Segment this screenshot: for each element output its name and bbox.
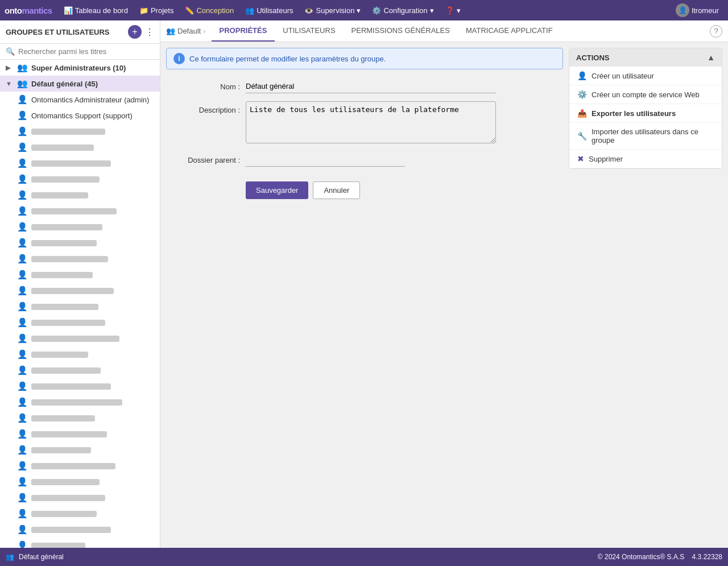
supervision-dropdown-icon: ▾ bbox=[357, 6, 361, 15]
list-item[interactable]: 👤 Ontomantics Administrateur (admin) bbox=[0, 92, 160, 108]
user-label-blurred bbox=[31, 367, 101, 374]
list-item[interactable]: 👤 bbox=[0, 394, 160, 410]
list-item[interactable]: 👤 Ontomantics Support (support) bbox=[0, 108, 160, 123]
list-item[interactable]: 👤 bbox=[0, 538, 160, 548]
action-import-users[interactable]: 🔧 Importer des utilisateurs dans ce grou… bbox=[569, 123, 722, 150]
user-label-blurred bbox=[31, 495, 105, 501]
web-account-icon: ⚙️ bbox=[577, 90, 587, 99]
nav-supervision[interactable]: 👁️ Supervision ▾ bbox=[300, 4, 365, 17]
list-item[interactable]: 👤 bbox=[0, 155, 160, 171]
action-create-web-account[interactable]: ⚙️ Créer un compte de service Web bbox=[569, 85, 722, 104]
list-item[interactable]: 👤 bbox=[0, 506, 160, 522]
info-message: Ce formulaire permet de modifier les par… bbox=[189, 55, 386, 63]
nav-projets[interactable]: 📁 Projets bbox=[135, 4, 178, 17]
description-textarea[interactable]: Liste de tous les utilisateurs de la pla… bbox=[246, 101, 496, 143]
config-dropdown-icon: ▾ bbox=[430, 6, 434, 15]
list-item[interactable]: 👤 bbox=[0, 346, 160, 362]
main-container: GROUPES ET UTILISATEURS + ⋮ 🔍 ▶ 👥 Super … bbox=[0, 20, 728, 548]
action-label: Supprimer bbox=[589, 155, 623, 163]
tab-matricage-applicatif[interactable]: MATRICAGE APPLICATIF bbox=[458, 20, 561, 42]
tab-proprietes[interactable]: PROPRIÉTÉS bbox=[212, 20, 275, 42]
status-group-icon: 👥 bbox=[6, 553, 14, 561]
nav-conception[interactable]: ✏️ Conception bbox=[180, 4, 238, 17]
add-group-button[interactable]: + bbox=[128, 25, 142, 39]
list-item[interactable]: 👤 bbox=[0, 426, 160, 442]
dossier-parent-label: Dossier parent : bbox=[166, 153, 240, 164]
list-item[interactable]: 👤 bbox=[0, 522, 160, 538]
nav-configuration[interactable]: ⚙️ Configuration ▾ bbox=[367, 4, 438, 17]
help-button[interactable]: ? bbox=[710, 25, 722, 38]
user-icon: 👤 bbox=[17, 397, 28, 407]
list-item[interactable]: 👤 bbox=[0, 362, 160, 378]
user-menu[interactable]: 👤 ltromeur bbox=[671, 1, 723, 19]
sidebar-item-super-admins[interactable]: ▶ 👥 Super Administrateurs (10) bbox=[0, 60, 160, 76]
form-buttons: Sauvegarder Annuler bbox=[166, 181, 563, 199]
projects-icon: 📁 bbox=[139, 6, 148, 15]
list-item[interactable]: 👤 bbox=[0, 474, 160, 490]
list-item[interactable]: 👤 bbox=[0, 171, 160, 187]
tabs-bar: 👥 Default › PROPRIÉTÉS UTILISATEURS PERM… bbox=[160, 20, 728, 42]
nav-utilisateurs[interactable]: 👥 Utilisateurs bbox=[241, 4, 297, 17]
dossier-parent-input[interactable] bbox=[246, 153, 405, 167]
sidebar-item-defaut-general[interactable]: ▼ 👥 Défaut général (45) bbox=[0, 76, 160, 92]
status-bar-right: © 2024 Ontomantics® S.A.S 4.3.22328 bbox=[598, 553, 722, 561]
nav-help[interactable]: ❓ ▾ bbox=[441, 4, 465, 17]
tab-permissions-generales[interactable]: PERMISSIONS GÉNÉRALES bbox=[344, 20, 458, 42]
user-icon: 👤 bbox=[17, 429, 28, 439]
sidebar-more-button[interactable]: ⋮ bbox=[145, 27, 154, 38]
list-item[interactable]: 👤 bbox=[0, 330, 160, 346]
action-delete[interactable]: ✖ Supprimer bbox=[569, 150, 722, 168]
list-item[interactable]: 👤 bbox=[0, 458, 160, 474]
nav-tableau-de-bord[interactable]: 📊 Tableau de bord bbox=[59, 4, 133, 17]
config-icon: ⚙️ bbox=[372, 6, 381, 15]
user-label-blurred bbox=[31, 431, 107, 437]
list-item[interactable]: 👤 bbox=[0, 251, 160, 267]
list-item[interactable]: 👤 bbox=[0, 123, 160, 139]
copyright-text: © 2024 Ontomantics® S.A.S bbox=[598, 553, 684, 561]
form-row-dossier-parent: Dossier parent : bbox=[166, 153, 563, 167]
topnav: ontomantics 📊 Tableau de bord 📁 Projets … bbox=[0, 0, 728, 20]
info-icon: i bbox=[173, 53, 185, 64]
list-item[interactable]: 👤 bbox=[0, 219, 160, 235]
list-item[interactable]: 👤 bbox=[0, 490, 160, 506]
list-item[interactable]: 👤 bbox=[0, 187, 160, 203]
actions-header: ACTIONS ▲ bbox=[569, 48, 722, 67]
sidebar-tree: ▶ 👥 Super Administrateurs (10) ▼ 👥 Défau… bbox=[0, 60, 160, 548]
main-content: i Ce formulaire permet de modifier les p… bbox=[160, 42, 728, 548]
form-panel: i Ce formulaire permet de modifier les p… bbox=[166, 48, 563, 542]
user-label-blurred bbox=[31, 288, 114, 294]
save-button[interactable]: Sauvegarder bbox=[246, 181, 308, 199]
logo[interactable]: ontomantics bbox=[5, 6, 52, 15]
user-icon: 👤 bbox=[17, 461, 28, 471]
search-input[interactable] bbox=[18, 47, 154, 56]
list-item[interactable]: 👤 bbox=[0, 203, 160, 219]
actions-collapse-button[interactable]: ▲ bbox=[707, 53, 715, 62]
breadcrumb-text[interactable]: Default bbox=[177, 27, 201, 35]
list-item[interactable]: 👤 bbox=[0, 410, 160, 426]
status-bar: 👥 Défaut général © 2024 Ontomantics® S.A… bbox=[0, 548, 728, 566]
tab-utilisateurs[interactable]: UTILISATEURS bbox=[275, 20, 343, 42]
action-create-user[interactable]: 👤 Créer un utilisateur bbox=[569, 67, 722, 85]
list-item[interactable]: 👤 bbox=[0, 299, 160, 315]
list-item[interactable]: 👤 bbox=[0, 315, 160, 330]
nom-input[interactable] bbox=[246, 80, 496, 93]
cancel-button[interactable]: Annuler bbox=[313, 181, 360, 199]
description-label: Description : bbox=[166, 101, 240, 114]
breadcrumb: 👥 Default › bbox=[166, 22, 212, 40]
list-item[interactable]: 👤 bbox=[0, 267, 160, 283]
list-item[interactable]: 👤 bbox=[0, 378, 160, 394]
help-dropdown-icon: ▾ bbox=[457, 6, 461, 15]
status-group-name: Défaut général bbox=[19, 553, 64, 561]
list-item[interactable]: 👤 bbox=[0, 139, 160, 155]
group-label: Super Administrateurs (10) bbox=[31, 64, 126, 72]
user-icon: 👤 bbox=[17, 524, 28, 535]
list-item[interactable]: 👤 bbox=[0, 283, 160, 299]
nom-input-wrapper bbox=[246, 80, 496, 93]
delete-icon: ✖ bbox=[577, 154, 584, 163]
topnav-right: 👤 ltromeur bbox=[671, 1, 723, 19]
user-label-blurred bbox=[31, 176, 100, 183]
version-text: 4.3.22328 bbox=[692, 553, 722, 561]
list-item[interactable]: 👤 bbox=[0, 442, 160, 458]
list-item[interactable]: 👤 bbox=[0, 235, 160, 251]
action-export-users[interactable]: 📤 Exporter les utilisateurs bbox=[569, 104, 722, 123]
